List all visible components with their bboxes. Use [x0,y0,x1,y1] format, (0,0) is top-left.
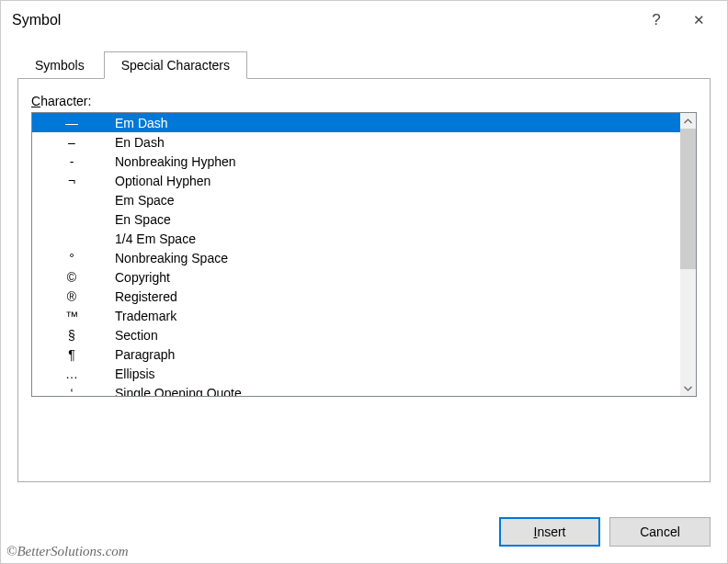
list-item-name: Trademark [104,309,176,323]
list-item-symbol: - [40,154,104,169]
tab-symbols[interactable]: Symbols [17,51,102,79]
list-item[interactable]: ©Copyright [32,267,680,287]
list-item-symbol: ‘ [40,386,104,397]
dialog-content: Symbols Special Characters Character: —E… [1,39,727,482]
close-button[interactable]: ✕ [677,2,720,39]
list-item[interactable]: 1/4 Em Space [32,229,680,248]
tab-strip: Symbols Special Characters [17,51,711,79]
list-rows: —Em Dash–En Dash-Nonbreaking Hyphen¬Opti… [32,113,680,396]
list-item-name: Section [104,328,158,343]
list-item[interactable]: ¶Paragraph [32,344,680,364]
list-item-symbol: ™ [40,309,104,323]
list-item-symbol: ¶ [40,347,104,362]
cancel-button[interactable]: Cancel [609,517,711,547]
list-item-name: 1/4 Em Space [104,231,196,246]
list-item[interactable]: En Space [32,209,680,229]
list-item-name: Optional Hyphen [104,174,210,188]
list-item-symbol: — [40,116,104,130]
list-item[interactable]: ¬Optional Hyphen [32,171,680,190]
watermark: ©BetterSolutions.com [6,544,129,559]
tab-special-characters[interactable]: Special Characters [104,51,247,79]
scroll-up-button[interactable] [680,113,696,129]
list-item[interactable]: ™Trademark [32,306,680,325]
list-item-name: Em Space [104,193,175,208]
list-item-name: Single Opening Quote [104,386,242,397]
list-item-name: Ellipsis [104,367,155,381]
scroll-down-button[interactable] [680,380,696,396]
insert-button[interactable]: Insert [499,517,600,547]
list-item[interactable]: …Ellipsis [32,364,680,383]
list-item-symbol: § [40,328,104,343]
button-row: Insert Cancel [499,517,711,547]
list-item[interactable]: °Nonbreaking Space [32,248,680,267]
tab-panel: Character: —Em Dash–En Dash-Nonbreaking … [17,78,711,482]
list-item[interactable]: §Section [32,325,680,344]
list-item-name: En Dash [104,135,165,150]
list-item-name: Paragraph [104,347,175,362]
list-item-symbol: ® [40,289,104,304]
list-item[interactable]: Em Space [32,190,680,209]
list-item-symbol: … [40,367,104,381]
list-item-symbol: – [40,135,104,150]
list-item-symbol: ° [40,251,104,265]
list-item-name: Em Dash [104,116,168,130]
list-item[interactable]: -Nonbreaking Hyphen [32,152,680,171]
list-item-name: Registered [104,289,177,304]
list-item[interactable]: —Em Dash [32,113,680,132]
window-title: Symbol [8,12,635,28]
list-item[interactable]: –En Dash [32,132,680,152]
list-item-symbol: © [40,270,104,285]
scroll-thumb[interactable] [680,129,696,269]
scrollbar[interactable] [680,113,696,396]
list-item-name: En Space [104,212,171,227]
list-item[interactable]: ‘Single Opening Quote [32,383,680,396]
titlebar: Symbol ? ✕ [1,1,727,39]
list-item[interactable]: ®Registered [32,287,680,306]
character-label: Character: [31,94,697,108]
list-item-name: Nonbreaking Space [104,251,228,265]
list-item-symbol: ¬ [40,174,104,188]
list-item-name: Nonbreaking Hyphen [104,154,236,169]
character-listbox[interactable]: —Em Dash–En Dash-Nonbreaking Hyphen¬Opti… [31,112,697,397]
help-button[interactable]: ? [635,2,677,39]
scroll-track[interactable] [680,129,696,380]
list-item-name: Copyright [104,270,170,285]
